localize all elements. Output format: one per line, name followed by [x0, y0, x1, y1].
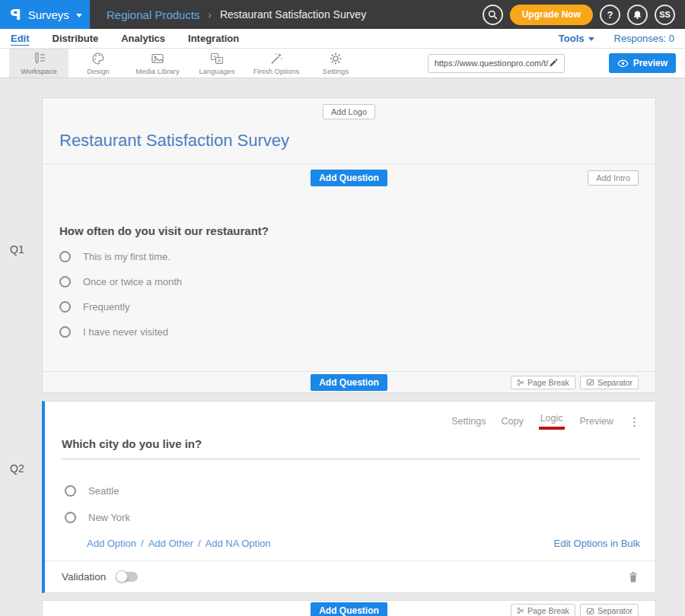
question-card-q2-selected: Settings Copy Logic Preview ⋮ Which city… — [42, 401, 656, 593]
toolbar-item-label: Finish Options — [253, 67, 300, 75]
add-question-button[interactable]: Add Question — [311, 374, 387, 391]
toolbar-item-languages[interactable]: xA Languages — [187, 49, 247, 78]
bell-icon — [632, 10, 642, 20]
questionpro-logo: P — [10, 5, 21, 24]
option-label[interactable]: This is my first time. — [83, 251, 170, 262]
toolbar-item-settings[interactable]: Settings — [306, 49, 365, 78]
breadcrumb-folder[interactable]: Regional Products — [107, 8, 200, 21]
separator-label: Separator — [597, 606, 632, 615]
option-label[interactable]: New York — [88, 512, 130, 523]
toolbar-item-label: Workspace — [21, 67, 56, 75]
toolbar-item-workspace[interactable]: Workspace — [9, 49, 68, 78]
surveys-product-menu[interactable]: P Surveys — [0, 0, 90, 29]
separator-button[interactable]: Separator — [580, 376, 639, 389]
question-logic-button[interactable]: Logic — [539, 413, 565, 430]
toolbar-item-design[interactable]: Design — [68, 49, 128, 78]
survey-nav: Edit Distribute Analytics Integration To… — [0, 29, 685, 49]
toolbar-item-label: Languages — [199, 67, 234, 75]
upgrade-now-button[interactable]: Upgrade Now — [510, 5, 593, 25]
add-question-row-top: Add Question Add Intro — [43, 164, 655, 191]
radio-button[interactable] — [59, 276, 71, 287]
toggle-knob — [116, 570, 128, 583]
question-copy-button[interactable]: Copy — [501, 416, 523, 427]
survey-title[interactable]: Restaurant Satisfaction Survey — [43, 119, 655, 164]
option-label[interactable]: I have never visited — [83, 326, 168, 338]
questionpro-survey-editor: P Surveys Regional Products › Restaurant… — [0, 0, 685, 616]
chevron-down-icon — [588, 37, 594, 41]
tab-edit[interactable]: Edit — [11, 33, 37, 44]
option-label[interactable]: Once or twice a month — [83, 276, 182, 287]
toolbar-item-media-library[interactable]: Media Library — [128, 49, 187, 78]
edit-options-in-bulk-link[interactable]: Edit Options in Bulk — [554, 538, 640, 549]
add-option-link[interactable]: Add Option — [87, 538, 136, 549]
notifications-button[interactable] — [627, 5, 648, 25]
toolbar-item-label: Media Library — [135, 67, 180, 75]
question-preview-button[interactable]: Preview — [580, 416, 613, 427]
page-break-button[interactable]: Page Break — [511, 376, 575, 389]
separator-label: Separator — [597, 378, 632, 387]
answer-option: Frequently — [59, 300, 639, 313]
question-number-q1: Q1 — [10, 243, 24, 256]
chevron-down-icon — [76, 14, 82, 17]
add-question-button[interactable]: Add Question — [311, 602, 387, 616]
survey-url-input[interactable] — [435, 59, 549, 68]
editor-toolbar: Workspace Design Media Library xA Langua… — [0, 49, 685, 78]
answer-option: Seattle — [65, 484, 639, 497]
toolbar-item-finish-options[interactable]: Finish Options — [247, 49, 306, 78]
separator-icon — [586, 607, 594, 615]
tools-menu[interactable]: Tools — [559, 33, 594, 44]
question-number-q2: Q2 — [10, 462, 24, 475]
add-question-button[interactable]: Add Question — [311, 170, 387, 186]
question-text[interactable]: Which city do you live in? — [62, 437, 640, 459]
search-button[interactable] — [483, 5, 503, 25]
add-question-row-mid: Add Question Page Break Separator — [43, 371, 655, 392]
option-label[interactable]: Frequently — [83, 301, 129, 313]
toolbar-item-label: Settings — [323, 67, 349, 75]
link-separator: / — [198, 538, 201, 549]
translate-icon: xA — [210, 52, 224, 65]
gear-icon — [329, 52, 342, 65]
radio-button[interactable] — [59, 251, 71, 262]
tab-integration[interactable]: Integration — [188, 33, 247, 44]
question-toolbar: Settings Copy Logic Preview ⋮ — [45, 402, 655, 430]
radio-button[interactable] — [65, 485, 76, 497]
question-settings-button[interactable]: Settings — [451, 416, 486, 427]
eye-icon — [617, 59, 629, 68]
tab-distribute[interactable]: Distribute — [53, 33, 107, 44]
add-other-link[interactable]: Add Other — [148, 538, 193, 549]
radio-button[interactable] — [65, 512, 76, 523]
responses-count[interactable]: Responses: 0 — [614, 33, 675, 44]
tab-analytics[interactable]: Analytics — [121, 33, 173, 44]
radio-button[interactable] — [59, 301, 71, 313]
edit-url-button[interactable] — [549, 56, 558, 70]
survey-link-field — [428, 54, 565, 73]
page-break-label: Page Break — [527, 378, 569, 387]
help-button[interactable]: ? — [600, 5, 620, 25]
answer-option: This is my first time. — [59, 250, 639, 262]
delete-question-button[interactable] — [628, 571, 639, 583]
scissors-icon — [517, 607, 524, 614]
validation-toggle[interactable] — [117, 572, 138, 582]
survey-header-card: Add Logo Restaurant Satisfaction Survey … — [42, 97, 656, 393]
top-header: P Surveys Regional Products › Restaurant… — [0, 0, 685, 29]
avatar[interactable]: SS — [655, 5, 675, 25]
search-icon — [488, 10, 498, 20]
question-text[interactable]: How often do you visit our restaurant? — [59, 224, 639, 237]
separator-button[interactable]: Separator — [580, 604, 639, 616]
breadcrumb-survey-name: Restaurant Satisfaction Survey — [220, 8, 366, 21]
preview-button[interactable]: Preview — [609, 53, 676, 73]
add-na-option-link[interactable]: Add NA Option — [206, 538, 271, 549]
option-label[interactable]: Seattle — [88, 485, 119, 497]
add-logo-button[interactable]: Add Logo — [323, 104, 375, 119]
tools-label: Tools — [559, 33, 585, 44]
link-separator: / — [141, 538, 144, 549]
svg-text:A: A — [218, 58, 221, 63]
validation-row: Validation — [45, 561, 655, 592]
page-break-button[interactable]: Page Break — [511, 604, 575, 616]
question-block-q1: How often do you visit our restaurant? T… — [43, 191, 655, 371]
radio-button[interactable] — [59, 326, 71, 338]
add-intro-button[interactable]: Add Intro — [588, 170, 639, 186]
answer-option: New York — [65, 511, 639, 523]
kebab-menu-icon[interactable]: ⋮ — [629, 416, 640, 427]
palette-icon — [91, 52, 105, 65]
